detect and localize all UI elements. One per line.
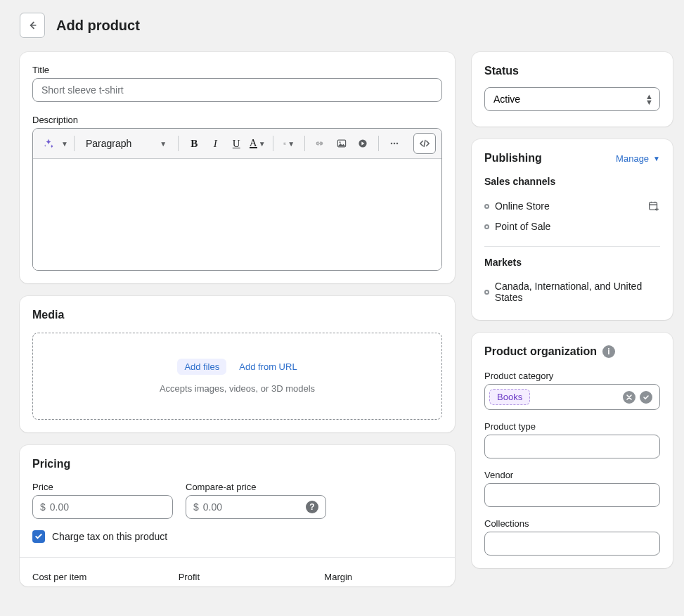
charge-tax-label: Charge tax on this product [52, 531, 167, 542]
paragraph-style-select[interactable]: Paragraph ▼ [80, 138, 172, 149]
page-title: Add product [56, 18, 140, 34]
vendor-input[interactable] [484, 483, 660, 507]
currency-symbol: $ [193, 501, 203, 513]
back-button[interactable] [20, 13, 45, 38]
italic-button[interactable]: I [205, 134, 225, 153]
media-dropzone[interactable]: Add files Add from URL Accepts images, v… [32, 333, 442, 420]
sales-channels-heading: Sales channels [484, 176, 660, 187]
svg-point-7 [396, 143, 399, 145]
title-input[interactable] [32, 78, 442, 102]
description-textarea[interactable] [33, 159, 441, 270]
channel-online-store: Online Store [484, 195, 660, 217]
channel-name: Point of Sale [495, 221, 550, 232]
underline-icon: U [233, 138, 240, 150]
dismiss-category-button[interactable] [623, 391, 635, 404]
title-label: Title [32, 65, 442, 75]
chevron-down-icon: ▼ [61, 140, 68, 148]
align-button[interactable]: ▼ [279, 134, 299, 153]
svg-rect-0 [30, 25, 36, 25]
text-color-button[interactable]: A▼ [247, 134, 267, 153]
status-heading: Status [484, 65, 660, 77]
chevron-down-icon: ▼ [653, 155, 660, 162]
svg-point-5 [391, 143, 393, 145]
play-circle-icon [357, 138, 368, 149]
accept-category-button[interactable] [640, 391, 652, 404]
collections-input[interactable] [484, 532, 660, 556]
link-button[interactable] [311, 134, 330, 153]
svg-point-3 [340, 141, 341, 143]
category-tag[interactable]: Books [489, 389, 530, 405]
bullet-icon [484, 204, 489, 209]
underline-button[interactable]: U [226, 134, 246, 153]
arrow-left-icon [26, 19, 39, 32]
margin-label: Margin [324, 572, 442, 582]
align-icon [283, 139, 286, 149]
bold-icon: B [191, 138, 198, 150]
bullet-icon [484, 290, 489, 295]
pricing-card: Pricing Price $ Compare-at price $ [20, 445, 455, 586]
price-input[interactable] [50, 496, 165, 518]
media-card: Media Add files Add from URL Accepts ima… [20, 296, 455, 432]
bullet-icon [484, 224, 489, 229]
profit-label: Profit [179, 572, 297, 582]
pricing-heading: Pricing [32, 458, 442, 470]
cost-per-item-label: Cost per item [32, 572, 150, 582]
publishing-card: Publishing Manage ▼ Sales channels Onlin… [472, 139, 673, 320]
price-label: Price [32, 482, 173, 492]
italic-icon: I [214, 138, 217, 150]
description-editor: ▼ Paragraph ▼ B I U A▼ [32, 128, 442, 271]
product-type-input[interactable] [484, 435, 660, 458]
rte-toolbar: ▼ Paragraph ▼ B I U A▼ [33, 129, 441, 159]
title-description-card: Title Description ▼ Paragraph ▼ [20, 52, 455, 283]
code-icon [418, 139, 431, 148]
vendor-label: Vendor [484, 470, 660, 480]
product-organization-card: Product organization i Product category … [472, 333, 673, 568]
description-label: Description [32, 115, 442, 125]
svg-point-6 [394, 143, 396, 145]
organization-heading: Product organization [484, 345, 597, 358]
status-select[interactable]: Active [484, 87, 660, 111]
compare-at-help-icon[interactable]: ? [306, 501, 318, 513]
schedule-button[interactable] [647, 200, 660, 212]
text-color-icon: A [250, 139, 257, 148]
currency-symbol: $ [40, 501, 50, 513]
info-icon[interactable]: i [602, 345, 615, 358]
link-icon [315, 138, 326, 149]
status-card: Status Active ▲▼ [472, 52, 673, 127]
channel-point-of-sale: Point of Sale [484, 217, 660, 236]
calendar-add-icon [647, 200, 660, 212]
x-icon [626, 394, 633, 401]
media-hint: Accepts images, videos, or 3D models [41, 383, 433, 394]
svg-rect-1 [318, 143, 323, 144]
bold-button[interactable]: B [184, 134, 204, 153]
compare-at-input[interactable] [203, 496, 306, 518]
dots-icon [389, 138, 400, 149]
chevron-down-icon: ▼ [160, 140, 167, 148]
channel-name: Online Store [495, 200, 550, 212]
markets-heading: Markets [484, 257, 660, 268]
video-button[interactable] [353, 134, 373, 153]
publishing-heading: Publishing [484, 152, 542, 165]
markets-text: Canada, International, and United States [495, 281, 660, 303]
ai-assist-button[interactable] [39, 134, 58, 153]
sparkle-icon [43, 138, 54, 149]
html-view-button[interactable] [413, 133, 436, 154]
add-from-url-button[interactable]: Add from URL [239, 361, 297, 372]
image-button[interactable] [332, 134, 351, 153]
chevron-down-icon: ▼ [288, 140, 295, 148]
publishing-manage-button[interactable]: Manage ▼ [616, 153, 660, 164]
chevron-down-icon: ▼ [259, 140, 266, 148]
product-type-label: Product type [484, 421, 660, 432]
collections-label: Collections [484, 518, 660, 529]
add-files-button[interactable]: Add files [177, 359, 226, 375]
check-icon [643, 394, 650, 401]
more-button[interactable] [385, 134, 404, 153]
check-icon [34, 532, 43, 541]
markets-item: Canada, International, and United States [484, 276, 660, 307]
media-heading: Media [32, 309, 442, 321]
svg-rect-8 [650, 203, 657, 210]
paragraph-label: Paragraph [86, 138, 131, 149]
product-category-input[interactable]: Books [484, 384, 660, 410]
charge-tax-checkbox[interactable] [32, 530, 45, 543]
image-icon [336, 138, 347, 149]
